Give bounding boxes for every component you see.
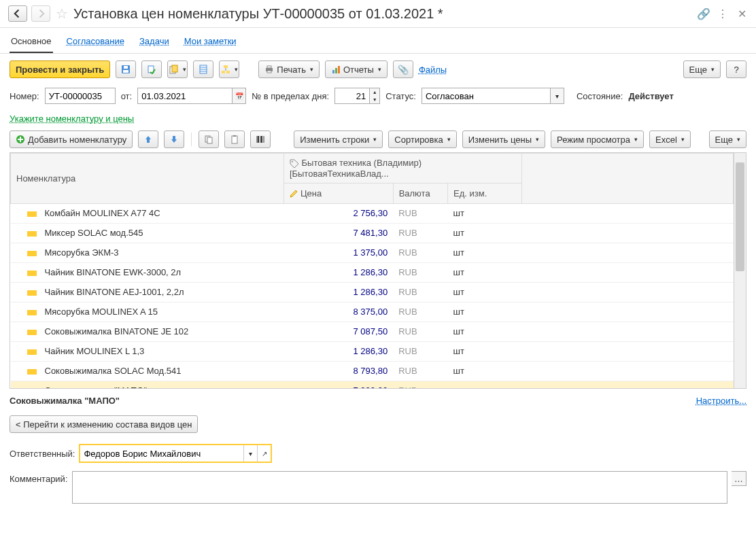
cell-name[interactable]: Чайник BINATONE AEJ-1001, 2,2л bbox=[11, 282, 284, 302]
link-icon[interactable]: 🔗 bbox=[698, 7, 710, 20]
files-link[interactable]: Файлы bbox=[419, 65, 447, 75]
col-group[interactable]: Бытовая техника (Владимир) [БытоваяТехни… bbox=[284, 154, 521, 184]
col-nomen[interactable]: Номенклатура bbox=[11, 154, 284, 204]
barcode-button[interactable] bbox=[250, 131, 271, 148]
tab-tasks[interactable]: Задачи bbox=[138, 32, 171, 53]
structure-button[interactable]: ▾ bbox=[219, 60, 239, 78]
step-up-icon[interactable]: ▲ bbox=[370, 88, 379, 96]
post-and-close-button[interactable]: Провести и закрыть bbox=[10, 60, 110, 78]
svg-rect-18 bbox=[335, 68, 337, 73]
pencil-icon bbox=[290, 190, 298, 198]
more-button[interactable]: Еще▾ bbox=[683, 60, 721, 78]
calendar-button[interactable]: 📅 bbox=[233, 88, 246, 104]
item-icon bbox=[27, 290, 37, 296]
comment-expand-button[interactable]: … bbox=[732, 471, 746, 486]
cell-name[interactable]: Мясорубка ЭКМ-3 bbox=[11, 243, 284, 262]
responsible-dropdown-button[interactable]: ▾ bbox=[243, 445, 257, 462]
cell-name[interactable]: Чайник BINATONE EWK-3000, 2л bbox=[11, 262, 284, 282]
kebab-menu-icon[interactable]: ⋮ bbox=[717, 7, 729, 20]
cell-price[interactable]: 1 286,30 bbox=[284, 282, 393, 302]
cell-price[interactable]: 1 375,00 bbox=[284, 243, 393, 262]
svg-rect-1 bbox=[123, 70, 128, 73]
cell-currency: RUB bbox=[393, 361, 447, 381]
cell-name[interactable]: Чайник MOULINEX L 1,3 bbox=[11, 341, 284, 361]
cell-price[interactable]: 1 286,30 bbox=[284, 341, 393, 361]
tab-notes[interactable]: Мои заметки bbox=[183, 32, 238, 53]
change-prices-button[interactable]: Изменить цены▾ bbox=[462, 131, 545, 148]
status-dropdown-button[interactable]: ▾ bbox=[551, 88, 564, 104]
goto-price-types-button[interactable]: < Перейти к изменению состава видов цен bbox=[10, 415, 198, 433]
tab-main[interactable]: Основное bbox=[10, 32, 53, 53]
table-row[interactable]: Чайник BINATONE AEJ-1001, 2,2л1 286,30RU… bbox=[11, 282, 734, 302]
scrollbar-thumb[interactable] bbox=[736, 162, 744, 271]
cell-name[interactable]: Соковыжималка SOLAC Мод.541 bbox=[11, 361, 284, 381]
col-currency[interactable]: Валюта bbox=[393, 183, 447, 203]
paste-button[interactable] bbox=[224, 131, 245, 148]
day-index-stepper[interactable]: ▲ ▼ bbox=[370, 88, 380, 104]
vertical-scrollbar[interactable] bbox=[734, 153, 746, 388]
change-prices-label: Изменить цены bbox=[468, 135, 532, 145]
col-price[interactable]: Цена bbox=[284, 183, 393, 203]
add-item-button[interactable]: Добавить номенклатуру bbox=[10, 131, 133, 148]
col-empty bbox=[521, 154, 734, 204]
cell-name[interactable]: Миксер SOLAC мод.545 bbox=[11, 223, 284, 243]
date-input[interactable] bbox=[137, 88, 233, 104]
cell-name[interactable]: Мясорубка MOULINEX A 15 bbox=[11, 302, 284, 322]
spreadsheet-button[interactable] bbox=[193, 60, 213, 78]
cell-price[interactable]: 8 375,00 bbox=[284, 302, 393, 322]
cell-price[interactable]: 7 000,00 bbox=[284, 381, 393, 388]
copy-button[interactable] bbox=[199, 131, 219, 148]
responsible-input[interactable] bbox=[80, 445, 243, 462]
table-row[interactable]: Соковыжималка BINATONE JE 1027 087,50RUB… bbox=[11, 322, 734, 341]
move-up-button[interactable] bbox=[138, 131, 158, 148]
cell-price[interactable]: 8 793,80 bbox=[284, 361, 393, 381]
selected-item-name: Соковыжималка "МАПО" bbox=[10, 396, 120, 406]
table-row[interactable]: Соковыжималка "МАПО"7 000,00RUBшт bbox=[11, 381, 734, 388]
help-button[interactable]: ? bbox=[726, 60, 746, 78]
day-index-input[interactable] bbox=[334, 88, 370, 104]
excel-button[interactable]: Excel▾ bbox=[649, 131, 691, 148]
table-row[interactable]: Мясорубка MOULINEX A 158 375,00RUBшт bbox=[11, 302, 734, 322]
paperclip-icon: 📎 bbox=[398, 65, 409, 75]
table-row[interactable]: Миксер SOLAC мод.5457 481,30RUBшт bbox=[11, 223, 734, 243]
configure-link[interactable]: Настроить... bbox=[696, 396, 746, 406]
favorite-star-icon[interactable]: ☆ bbox=[54, 6, 69, 21]
cell-price[interactable]: 1 286,30 bbox=[284, 262, 393, 282]
hint-link[interactable]: Укажите номенклатуру и цены bbox=[0, 111, 756, 126]
cell-price[interactable]: 2 756,30 bbox=[284, 203, 393, 223]
close-icon[interactable]: ✕ bbox=[736, 7, 748, 20]
table-row[interactable]: Мясорубка ЭКМ-31 375,00RUBшт bbox=[11, 243, 734, 262]
responsible-open-button[interactable]: ↗ bbox=[257, 445, 271, 462]
attach-button[interactable]: 📎 bbox=[393, 60, 413, 78]
svg-rect-5 bbox=[172, 65, 177, 72]
view-mode-button[interactable]: Режим просмотра▾ bbox=[551, 131, 644, 148]
table-row[interactable]: Комбайн MOULINEX A77 4C2 756,30RUBшт bbox=[11, 203, 734, 223]
grid-more-button[interactable]: Еще▾ bbox=[709, 131, 746, 148]
cell-name[interactable]: Комбайн MOULINEX A77 4C bbox=[11, 203, 284, 223]
move-down-button[interactable] bbox=[164, 131, 184, 148]
reports-button[interactable]: Отчеты▾ bbox=[325, 60, 388, 78]
svg-rect-12 bbox=[226, 71, 230, 73]
table-row[interactable]: Чайник MOULINEX L 1,31 286,30RUBшт bbox=[11, 341, 734, 361]
nav-back-button[interactable] bbox=[8, 5, 27, 22]
number-input[interactable] bbox=[45, 88, 116, 104]
cell-price[interactable]: 7 087,50 bbox=[284, 322, 393, 341]
cell-price[interactable]: 7 481,30 bbox=[284, 223, 393, 243]
sort-button[interactable]: Сортировка▾ bbox=[388, 131, 456, 148]
table-row[interactable]: Чайник BINATONE EWK-3000, 2л1 286,30RUBш… bbox=[11, 262, 734, 282]
print-button[interactable]: Печать▾ bbox=[258, 60, 320, 78]
nav-forward-button[interactable] bbox=[31, 5, 50, 22]
cell-name[interactable]: Соковыжималка BINATONE JE 102 bbox=[11, 322, 284, 341]
cell-name[interactable]: Соковыжималка "МАПО" bbox=[11, 381, 284, 388]
status-select[interactable] bbox=[422, 88, 551, 104]
col-unit[interactable]: Ед. изм. bbox=[448, 183, 522, 203]
price-table[interactable]: Номенклатура Бытовая техника (Владимир) … bbox=[10, 153, 734, 388]
change-rows-button[interactable]: Изменить строки▾ bbox=[294, 131, 383, 148]
save-button[interactable] bbox=[116, 60, 136, 78]
table-row[interactable]: Соковыжималка SOLAC Мод.5418 793,80RUBшт bbox=[11, 361, 734, 381]
comment-input[interactable] bbox=[72, 471, 728, 504]
step-down-icon[interactable]: ▼ bbox=[370, 96, 379, 103]
post-button[interactable] bbox=[141, 60, 162, 78]
tab-approval[interactable]: Согласование bbox=[65, 32, 126, 53]
create-based-on-button[interactable]: ▾ bbox=[167, 60, 188, 78]
